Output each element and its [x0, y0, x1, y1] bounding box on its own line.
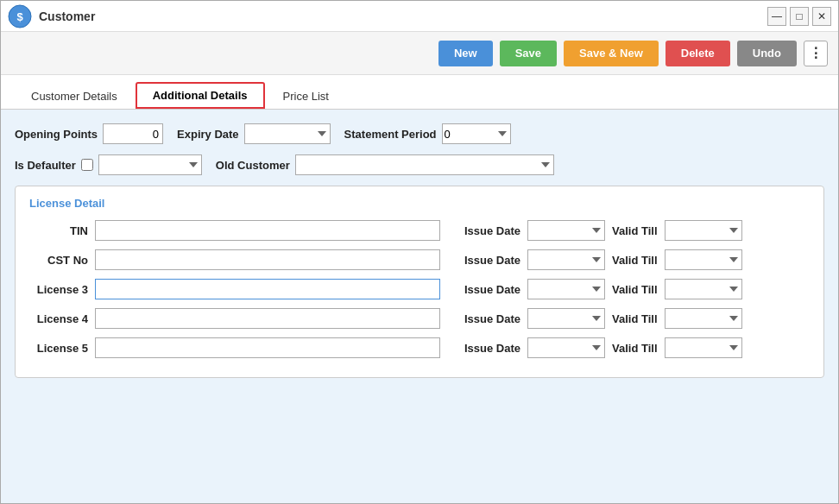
statement-period-group: Statement Period 0	[344, 123, 511, 144]
license5-valid-label: Valid Till	[612, 342, 658, 355]
license-section-title: License Detail	[29, 197, 810, 210]
license4-issue-date[interactable]	[527, 308, 605, 329]
cst-issue-label: Issue Date	[464, 254, 520, 267]
license4-input[interactable]	[95, 308, 440, 329]
expiry-date-select[interactable]	[244, 123, 331, 144]
license3-input[interactable]	[95, 279, 440, 299]
tin-input[interactable]	[95, 220, 440, 241]
license-section: License Detail TIN Issue Date Valid Till…	[15, 186, 824, 378]
tab-additional-details[interactable]: Additional Details	[136, 82, 265, 109]
license-row-3: License 3 Issue Date Valid Till	[29, 279, 810, 299]
more-button[interactable]: ⋮	[804, 41, 828, 66]
statement-period-label: Statement Period	[344, 128, 437, 141]
license3-label: License 3	[29, 283, 88, 296]
expiry-date-label: Expiry Date	[177, 128, 239, 141]
delete-button[interactable]: Delete	[666, 41, 730, 66]
close-button[interactable]: ✕	[812, 7, 831, 26]
undo-button[interactable]: Undo	[737, 41, 797, 66]
window-title: Customer	[39, 9, 767, 23]
license3-issue-label: Issue Date	[464, 283, 520, 296]
license4-valid-till[interactable]	[665, 308, 742, 329]
is-defaulter-group: Is Defaulter	[15, 154, 202, 175]
content-area: Opening Points Expiry Date Statement Per…	[1, 110, 838, 503]
maximize-button[interactable]: □	[790, 7, 809, 26]
svg-text:$: $	[16, 10, 23, 23]
top-fields-row: Opening Points Expiry Date Statement Per…	[15, 123, 824, 144]
cst-issue-date[interactable]	[527, 249, 605, 270]
tab-customer-details[interactable]: Customer Details	[15, 84, 134, 109]
defaulter-select[interactable]	[98, 154, 202, 175]
old-customer-group: Old Customer	[216, 154, 554, 175]
bottom-fields-row: Is Defaulter Old Customer	[15, 154, 824, 175]
license-row-tin: TIN Issue Date Valid Till	[29, 220, 810, 241]
opening-points-group: Opening Points	[15, 123, 163, 144]
license5-dates: Issue Date Valid Till	[464, 337, 742, 358]
opening-points-label: Opening Points	[15, 128, 98, 141]
license4-issue-label: Issue Date	[464, 312, 520, 325]
toolbar: New Save Save & New Delete Undo ⋮	[1, 32, 838, 75]
license4-dates: Issue Date Valid Till	[464, 308, 742, 329]
tab-bar: Customer Details Additional Details Pric…	[1, 75, 838, 110]
minimize-button[interactable]: —	[767, 7, 786, 26]
license5-label: License 5	[29, 342, 88, 355]
tin-issue-label: Issue Date	[464, 224, 520, 237]
tin-label: TIN	[29, 224, 88, 237]
cst-dates: Issue Date Valid Till	[464, 249, 742, 270]
cst-valid-till[interactable]	[665, 249, 742, 270]
is-defaulter-checkbox[interactable]	[81, 159, 93, 171]
license4-valid-label: Valid Till	[612, 312, 658, 325]
license3-dates: Issue Date Valid Till	[464, 279, 742, 299]
tin-issue-date[interactable]	[527, 220, 605, 241]
save-button[interactable]: Save	[500, 41, 557, 66]
save-new-button[interactable]: Save & New	[564, 41, 659, 66]
license5-issue-label: Issue Date	[464, 342, 520, 355]
old-customer-select[interactable]	[295, 154, 554, 175]
old-customer-label: Old Customer	[216, 159, 290, 172]
license3-valid-label: Valid Till	[612, 283, 658, 296]
license5-issue-date[interactable]	[527, 337, 605, 358]
license-row-5: License 5 Issue Date Valid Till	[29, 337, 810, 358]
license-row-cst: CST No Issue Date Valid Till	[29, 249, 810, 270]
cst-valid-label: Valid Till	[612, 254, 658, 267]
license3-issue-date[interactable]	[527, 279, 605, 299]
is-defaulter-label: Is Defaulter	[15, 159, 76, 172]
license5-valid-till[interactable]	[665, 337, 742, 358]
app-logo: $	[8, 4, 32, 28]
window-controls: — □ ✕	[767, 7, 831, 26]
cst-input[interactable]	[95, 249, 440, 270]
cst-label: CST No	[29, 254, 88, 267]
tab-price-list[interactable]: Price List	[267, 84, 345, 109]
expiry-date-group: Expiry Date	[177, 123, 331, 144]
license-row-4: License 4 Issue Date Valid Till	[29, 308, 810, 329]
statement-period-select[interactable]: 0	[442, 123, 511, 144]
tin-valid-till[interactable]	[665, 220, 742, 241]
tin-dates: Issue Date Valid Till	[464, 220, 742, 241]
new-button[interactable]: New	[438, 41, 493, 66]
opening-points-input[interactable]	[103, 123, 163, 144]
titlebar: $ Customer — □ ✕	[1, 1, 838, 32]
license5-input[interactable]	[95, 337, 440, 358]
app-window: $ Customer — □ ✕ New Save Save & New Del…	[0, 0, 839, 504]
tin-valid-label: Valid Till	[612, 224, 658, 237]
license4-label: License 4	[29, 312, 88, 325]
license3-valid-till[interactable]	[665, 279, 742, 299]
